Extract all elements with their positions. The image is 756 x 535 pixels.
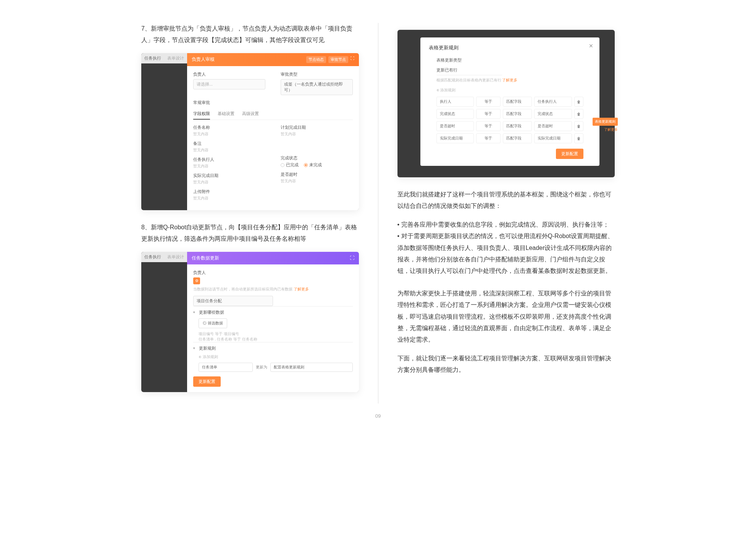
paragraph-8: 8、新增Q-Robot自动更新节点，向【项目任务分配】应用中的「任务清单」表格更… — [141, 222, 359, 245]
submit-config-button[interactable]: 更新配置 — [193, 376, 221, 387]
owner-label: 负责人 — [193, 71, 265, 77]
radio-undone[interactable] — [304, 163, 308, 167]
panel-title: 负责人审核 — [192, 56, 215, 63]
rule-config-select[interactable]: 配置表格更新规则 — [270, 363, 353, 372]
field-label: 备注 — [193, 141, 265, 146]
paragraph: 至此我们就搭建好了这样一个项目管理系统的基本框架，围绕这个框架，你也可以结合自己… — [397, 189, 615, 212]
trash-icon[interactable]: 🗑 — [574, 97, 583, 107]
update-type-label: 表格更新类型 — [436, 57, 584, 63]
field-label: 计划完成日期 — [281, 125, 353, 130]
field-label: 实际完成日期 — [193, 173, 265, 178]
trash-icon[interactable]: 🗑 — [574, 109, 583, 119]
expand-icon[interactable]: ⛶ — [350, 255, 354, 261]
side-subtext: 了解更多 — [604, 127, 618, 132]
rule-match[interactable]: 匹配字段 — [503, 133, 532, 143]
expand-icon[interactable]: ⛶ — [351, 56, 354, 63]
section-update-rules[interactable]: 更新规则 — [193, 342, 353, 354]
add-rule-link[interactable]: ⊕ 添加规则 — [436, 88, 584, 93]
modal-title: 表格更新规则 — [429, 44, 591, 51]
rule-target[interactable]: 任务执行人 — [534, 97, 572, 107]
tab-basic[interactable]: 基础设置 — [218, 109, 234, 120]
owner-label: 负责人 — [193, 270, 353, 276]
paragraph: 下面，就让我们逐一来看轻流工程项目管理解决方案、互联网研发项目管理解决方案分别具… — [397, 353, 615, 376]
owner-select[interactable]: 请选择... — [193, 79, 265, 89]
trash-icon[interactable]: 🗑 — [574, 121, 583, 131]
screenshot-table-update-rule: 表格更新规则 ✕ 表格更新类型 更新已有行 根据匹配规则在目标表格内更新已有行 … — [397, 30, 615, 177]
filter-data-button[interactable]: ◎ 筛选数据 — [199, 318, 227, 328]
filter-row: 任务清单 . 任务名称 等于 任务名称 — [199, 337, 353, 342]
add-rule-link[interactable]: ⊕ 添加规则 — [199, 354, 353, 360]
confirm-button[interactable]: 更新配置 — [556, 149, 583, 159]
screenshot-approval-node: 任务执行 表单设计 负责人审核 节点动态 审批节点 ⛶ 负责人 — [141, 53, 359, 210]
panel-title: 任务数据更新 — [192, 255, 219, 261]
learn-more-link[interactable]: 了解更多 — [502, 78, 517, 82]
rule-row: 是否超时 等于 匹配字段 是否超时 🗑 — [436, 121, 584, 131]
field-label: 完成状态 — [281, 155, 353, 161]
rule-match[interactable]: 匹配字段 — [503, 97, 532, 107]
bullet-item: • 完善各应用中需要收集的信息字段，例如完成情况、原因说明、执行备注等； — [397, 219, 615, 230]
rule-field[interactable]: 实际完成日期 — [436, 133, 474, 143]
filter-row: 项目编号 等于 项目编号 — [199, 331, 353, 337]
section-update-data[interactable]: 更新哪些数据 — [193, 306, 353, 318]
page-number: 09 — [375, 413, 381, 419]
radio-done[interactable] — [281, 163, 284, 167]
trash-icon[interactable]: 🗑 — [574, 133, 583, 143]
panel-header: 任务数据更新 ⛶ — [187, 252, 359, 264]
rule-field[interactable]: 执行人 — [436, 97, 474, 107]
rule-op: 等于 — [476, 133, 501, 143]
robot-icon: ⚙ — [193, 277, 200, 284]
normal-approval-label: 常规审批 — [193, 100, 353, 105]
target-app-select[interactable]: 项目任务分配 — [193, 296, 273, 306]
rule-op: 等于 — [476, 109, 501, 119]
field-label: 是否超时 — [281, 172, 353, 177]
paragraph: 为帮助大家更快上手搭建使用，轻流深刻洞察工程、互联网等多个行业的项目管理特性和需… — [397, 288, 615, 346]
rule-match[interactable]: 匹配字段 — [503, 109, 532, 119]
approval-type-select[interactable]: 或签（一名负责人通过或拒绝即可） — [281, 79, 353, 95]
tab-advanced[interactable]: 高级设置 — [242, 109, 259, 120]
learn-more-link[interactable]: 了解更多 — [294, 287, 309, 291]
rule-match[interactable]: 匹配字段 — [503, 121, 532, 131]
rule-row: 实际完成日期 等于 匹配字段 实际完成日期 🗑 — [436, 133, 584, 143]
badge: 节点动态 — [306, 56, 326, 63]
rule-target[interactable]: 实际完成日期 — [534, 133, 572, 143]
field-label: 任务名称 — [193, 125, 265, 130]
field-label: 任务执行人 — [193, 157, 265, 162]
rule-op: 等于 — [476, 121, 501, 131]
rule-row: 完成状态 等于 匹配字段 完成状态 🗑 — [436, 109, 584, 119]
rule-field-select[interactable]: 任务清单 — [199, 363, 253, 372]
hint-text: 当数据到达该节点时，将自动更新所选目标应用内已有数据 了解更多 — [193, 287, 353, 292]
update-type-select[interactable]: 更新已有行 — [436, 65, 502, 75]
tab-field-perm[interactable]: 字段权限 — [193, 109, 210, 120]
badge: 审批节点 — [328, 56, 348, 63]
rule-op: 等于 — [476, 97, 501, 107]
rule-field[interactable]: 完成状态 — [436, 109, 474, 119]
approval-type-label: 审批类型 — [281, 71, 353, 77]
side-tag: 表格更新规则 — [593, 118, 618, 126]
panel-header: 负责人审核 节点动态 审批节点 ⛶ — [187, 53, 359, 66]
rule-action-label: 更新为 — [256, 365, 267, 370]
close-icon[interactable]: ✕ — [589, 43, 593, 49]
rule-target[interactable]: 是否超时 — [534, 121, 572, 131]
rule-field[interactable]: 是否超时 — [436, 121, 474, 131]
rule-target[interactable]: 完成状态 — [534, 109, 572, 119]
modal-help: 根据匹配规则在目标表格内更新已有行 了解更多 — [436, 78, 584, 83]
field-label: 上传附件 — [193, 189, 265, 195]
shot-left-tab: 任务执行 表单设计 — [141, 53, 187, 63]
rule-row: 执行人 等于 匹配字段 任务执行人 🗑 — [436, 97, 584, 107]
shot-left-tab: 任务执行 表单设计 — [141, 252, 187, 262]
screenshot-qrobot-update: 任务执行 表单设计 任务数据更新 ⛶ 负责人 ⚙ 当数据到达该节点时，将自动更新… — [141, 252, 359, 392]
paragraph-7: 7、新增审批节点为「负责人审核」，节点负责人为动态调取表单中「项目负责人」字段，… — [141, 23, 359, 46]
bullet-item: • 对于需要周期更新项目状态的情况，也可以使用流程外Q-Robot设置周期提醒、… — [397, 230, 615, 277]
column-divider — [378, 23, 378, 404]
tabs: 字段权限 基础设置 高级设置 — [193, 109, 353, 120]
